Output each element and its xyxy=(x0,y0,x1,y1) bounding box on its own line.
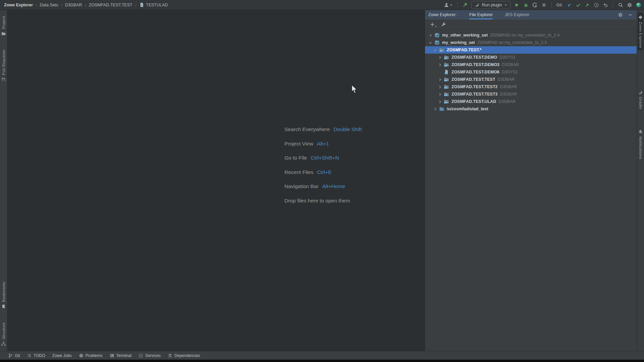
toolbar-divider xyxy=(613,2,613,8)
tab-jes-explorer[interactable]: JES Explorer xyxy=(505,10,529,19)
tool-stripe-button-project[interactable]: Project xyxy=(1,14,6,38)
chevron-right-icon[interactable] xyxy=(438,55,443,60)
tree-row[interactable]: DSZOSMFAD.TEST.TESTD3DBAR xyxy=(425,76,637,83)
gear-icon[interactable] xyxy=(618,12,623,17)
svg-text:DS: DS xyxy=(444,102,447,104)
shortcut-hint-row: Search EverywhereDouble Shift xyxy=(284,122,362,137)
breadcrumb-label: Zowe Explorer xyxy=(4,3,33,7)
breadcrumb: Zowe Explorer›Data Sets›D3DBAR›ZOSMFAD.T… xyxy=(4,2,168,7)
tool-stripe-button-pull-requests[interactable]: Pull Requests xyxy=(1,48,6,84)
wrench-icon[interactable] xyxy=(441,22,446,27)
left-tool-stripe: ProjectPull Requests BookmarksStructure xyxy=(0,10,7,351)
statusbar-item-label: TODO xyxy=(34,353,45,358)
breadcrumb-item[interactable]: D3DBAR xyxy=(65,3,82,7)
chevron-right-icon[interactable] xyxy=(428,33,434,38)
tree-row[interactable]: DSZOSMFAD.TEST.TEST2D3DBAR xyxy=(425,83,637,90)
debug-icon[interactable] xyxy=(523,2,529,8)
uss-folder-icon xyxy=(439,106,445,112)
shortcut-keys: Alt+Home xyxy=(322,183,345,189)
chevron-down-icon[interactable] xyxy=(433,48,438,52)
search-icon[interactable] xyxy=(618,2,623,8)
shortcut-keys: Alt+1 xyxy=(317,141,329,147)
tool-stripe-label: Zowe Explorer xyxy=(639,22,643,48)
statusbar-item-terminal[interactable]: Terminal xyxy=(110,353,131,358)
drop-files-hint: Drop files here to open them xyxy=(284,194,362,208)
zowe-explorer-tool-window: Zowe Explorer: File ExplorerJES Explorer… xyxy=(425,10,637,351)
tool-stripe-button-bookmarks[interactable]: Bookmarks xyxy=(1,280,6,311)
chevron-right-icon[interactable] xyxy=(438,85,443,89)
chevron-right-icon[interactable] xyxy=(433,107,438,111)
tree-item-suffix: D3DBAR xyxy=(502,62,519,67)
statusbar-item-zowe-jobs[interactable]: Zowe Jobs xyxy=(52,353,72,358)
tab-file-explorer[interactable]: File Explorer xyxy=(469,10,493,19)
tree-row[interactable]: /u/zosmfad/ulad_test xyxy=(425,105,637,113)
add-button[interactable] xyxy=(430,22,435,27)
statusbar-item-git[interactable]: Git xyxy=(8,353,20,358)
chevron-down-icon[interactable] xyxy=(428,41,434,45)
breadcrumb-item[interactable]: Zowe Explorer xyxy=(4,3,33,7)
statusbar-item-dependencies[interactable]: Dependencies xyxy=(168,353,200,358)
rollback-icon[interactable] xyxy=(603,2,608,8)
gradle-icon xyxy=(638,90,643,95)
tree-row[interactable]: my_working_setZOSMFAD on my_connection_t… xyxy=(425,39,637,46)
shortcut-hints: Search EverywhereDouble ShiftProject Vie… xyxy=(284,122,362,208)
chevron-right-icon[interactable] xyxy=(438,77,443,82)
statusbar-item-services[interactable]: Services xyxy=(139,353,161,358)
chevron-spacer xyxy=(438,70,443,74)
tool-window-title: Zowe Explorer: xyxy=(428,12,457,17)
user-menu-button[interactable] xyxy=(444,2,452,8)
hammer-icon[interactable] xyxy=(462,2,468,8)
push-icon[interactable] xyxy=(585,2,590,8)
statusbar-item-problems[interactable]: Problems xyxy=(79,353,103,358)
profiler-icon[interactable] xyxy=(532,2,538,8)
tree-row[interactable]: my_other_working_setZOSMFAD on my_connec… xyxy=(425,32,637,39)
breadcrumb-item[interactable]: Data Sets xyxy=(40,3,58,7)
tool-stripe-label: Pull Requests xyxy=(2,50,6,75)
play-icon[interactable] xyxy=(514,2,520,8)
tree-row[interactable]: DSZOSMFAD.TEST.TEST3D3DBAR xyxy=(425,90,637,98)
tool-stripe-button-notifications[interactable]: Notifications xyxy=(638,127,643,161)
tool-stripe-button-zowe-explorer[interactable]: ZZowe Explorer xyxy=(638,13,643,50)
shortcut-action-label: Recent Files xyxy=(284,169,313,175)
stop-icon[interactable] xyxy=(541,2,547,8)
structure-icon xyxy=(1,341,6,346)
tree-row[interactable]: DSZOSMFAD.TEST.DEMO6D3SYS1 xyxy=(425,68,637,76)
chevron-right-icon[interactable] xyxy=(438,92,443,97)
tree-row[interactable]: DSZOSMFAD.TEST.DEMOD3SYS1 xyxy=(425,54,637,61)
statusbar-item-label: Terminal xyxy=(116,353,131,358)
top-navigation-bar: Zowe Explorer›Data Sets›D3DBAR›ZOSMFAD.T… xyxy=(0,0,644,10)
dataset-file-icon: DS xyxy=(444,69,449,75)
breadcrumb-item[interactable]: TESTULAD xyxy=(139,2,168,7)
working-set-icon xyxy=(434,40,440,45)
tree-row[interactable]: DSZOSMFAD.TEST.ULADD3DBAR xyxy=(425,98,637,105)
tree-row[interactable]: DSZOSMFAD.TEST.* xyxy=(425,46,637,54)
chevron-right-icon[interactable] xyxy=(438,63,443,67)
history-icon[interactable] xyxy=(594,2,599,8)
svg-text:DS: DS xyxy=(444,57,447,59)
mouse-cursor xyxy=(351,84,357,94)
ide-ball-icon[interactable] xyxy=(636,2,641,8)
ide-window: Zowe Explorer›Data Sets›D3DBAR›ZOSMFAD.T… xyxy=(0,0,644,362)
bookmark-icon xyxy=(1,304,6,309)
tool-stripe-button-gradle[interactable]: Gradle xyxy=(638,88,643,111)
run-configuration-select[interactable]: Run plugin xyxy=(471,1,511,9)
commit-icon[interactable] xyxy=(576,2,581,8)
tool-window-tabs: File ExplorerJES Explorer xyxy=(469,10,529,19)
shortcut-hint-row: Recent FilesCtrl+E xyxy=(284,165,362,180)
update-project-icon[interactable] xyxy=(567,2,572,8)
pull-request-icon xyxy=(1,77,6,82)
tool-window-toolbar xyxy=(425,19,637,30)
minimize-icon[interactable] xyxy=(628,12,633,17)
breadcrumb-item[interactable]: ZOSMFAD.TEST.TEST xyxy=(89,3,132,7)
tree-item-label: ZOSMFAD.TEST.DEMO6 xyxy=(451,70,499,74)
settings-gear-icon[interactable] xyxy=(627,2,632,8)
dataset-icon: DS xyxy=(444,99,449,104)
tool-stripe-button-structure[interactable]: Structure xyxy=(1,320,6,348)
editor-area[interactable]: Search EverywhereDouble ShiftProject Vie… xyxy=(7,10,425,351)
problems-icon xyxy=(79,353,84,358)
chevron-right-icon[interactable] xyxy=(438,100,443,104)
statusbar-item-todo[interactable]: TODO xyxy=(27,353,45,358)
terminal-icon xyxy=(110,353,114,358)
tree-row[interactable]: DSZOSMFAD.TEST.DEMO3D3DBAR xyxy=(425,61,637,68)
tool-window-header: Zowe Explorer: File ExplorerJES Explorer xyxy=(425,10,637,19)
